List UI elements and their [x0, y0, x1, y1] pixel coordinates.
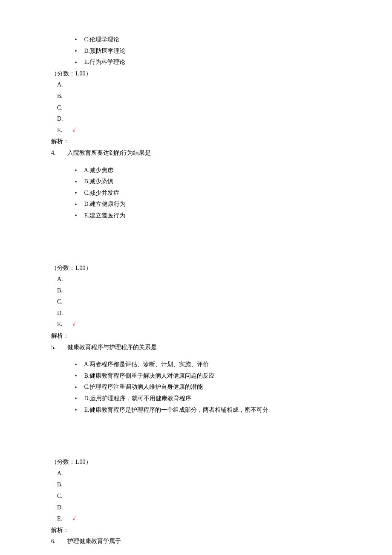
option-item: • A.两者程序都是评估、诊断、计划、实施、评价 — [51, 359, 341, 370]
answer-row: B. — [51, 285, 341, 297]
answer-row: A. — [51, 274, 341, 285]
answer-mark — [63, 287, 71, 294]
answer-letter: B. — [57, 287, 63, 294]
analysis-label: 解析： — [51, 525, 341, 536]
answer-letter: D. — [57, 504, 63, 511]
option-label: D.建立健康行为 — [84, 201, 126, 207]
answer-letter: C. — [57, 493, 63, 499]
option-item: • D.运用护理程序，就可不用健康教育程序 — [51, 393, 341, 405]
answer-row: D. — [51, 502, 341, 514]
q4-answer-block: A. B. C. D. E. √ — [51, 274, 341, 330]
option-item: • B.健康教育程序侧重于解决病人对健康问题的反应 — [51, 370, 341, 382]
bullet-icon: • — [75, 211, 83, 221]
answer-row: B. — [51, 479, 341, 491]
analysis-label: 解析： — [51, 136, 341, 147]
spacer — [51, 159, 341, 165]
bullet-icon: • — [75, 371, 83, 381]
bullet-icon: • — [75, 383, 83, 393]
answer-row: C. — [51, 296, 341, 308]
answer-mark — [63, 310, 72, 316]
answer-row: E. √ — [51, 319, 341, 330]
answer-mark — [63, 298, 71, 305]
answer-mark — [63, 276, 72, 282]
answer-mark — [63, 504, 72, 511]
option-item: • E.健康教育程序是护理程序的一个组成部分，两者相辅相成，密不可分 — [51, 405, 341, 416]
bullet-icon: • — [75, 58, 83, 68]
answer-mark: √ — [64, 127, 76, 133]
answer-letter: B. — [57, 481, 63, 488]
option-item: • E.行为科学理论 — [51, 57, 341, 68]
bullet-icon: • — [75, 200, 83, 210]
bullet-icon: • — [75, 360, 83, 370]
option-label: E.建立遵医行为 — [84, 212, 125, 219]
bullet-icon: • — [75, 177, 83, 187]
option-item: • A.减少焦虑 — [51, 165, 341, 176]
answer-mark — [63, 104, 71, 111]
answer-letter: E. — [57, 127, 62, 133]
spacer — [51, 353, 341, 359]
option-item: • D.预防医学理论 — [51, 46, 341, 57]
answer-letter: C. — [57, 104, 63, 111]
option-item: • C.减少并发症 — [51, 188, 341, 199]
option-label: D.运用护理程序，就可不用健康教育程序 — [84, 395, 192, 402]
answer-mark — [63, 81, 72, 88]
answer-letter: C. — [57, 298, 63, 305]
option-label: D.预防医学理论 — [84, 48, 126, 54]
answer-letter: A. — [57, 276, 63, 282]
answer-letter: E. — [57, 515, 62, 522]
option-label: C.减少并发症 — [84, 190, 120, 196]
q4-options: • A.减少焦虑 • B.减少恐惧 • C.减少并发症 • D.建立健康行为 •… — [51, 165, 341, 222]
question-number: 6. — [51, 536, 66, 547]
option-item: • B.减少恐惧 — [51, 176, 341, 188]
answer-row: B. — [51, 91, 341, 102]
document-page: • C.伦理学理论 • D.预防医学理论 • E.行为科学理论 （分数：1.00… — [0, 0, 392, 555]
option-label: E.健康教育程序是护理程序的一个组成部分，两者相辅相成，密不可分 — [84, 407, 268, 413]
option-item: • C.护理程序注重调动病人维护自身健康的潜能 — [51, 382, 341, 393]
answer-row: C. — [51, 102, 341, 114]
analysis-label: 解析： — [51, 330, 341, 342]
answer-row: D. — [51, 308, 341, 319]
answer-row: D. — [51, 113, 341, 125]
score-line: （分数：1.00） — [51, 68, 341, 80]
question-number: 4. — [51, 147, 66, 159]
answer-letter: B. — [57, 93, 63, 99]
bullet-icon: • — [75, 394, 83, 404]
option-item: • C.伦理学理论 — [51, 34, 341, 46]
bullet-icon: • — [75, 46, 83, 56]
answer-row: E. √ — [51, 125, 341, 136]
option-item: • E.建立遵医行为 — [51, 210, 341, 222]
q5-options: • A.两者程序都是评估、诊断、计划、实施、评价 • B.健康教育程序侧重于解决… — [51, 359, 341, 416]
answer-letter: D. — [57, 310, 63, 316]
question-number: 5. — [51, 342, 66, 353]
option-label: B.减少恐惧 — [84, 178, 114, 185]
answer-mark: √ — [64, 515, 76, 522]
answer-row: A. — [51, 468, 341, 480]
bullet-icon: • — [75, 166, 83, 176]
answer-mark: √ — [64, 321, 76, 327]
question-stem: 6. 护理健康教育学属于 — [51, 536, 341, 547]
option-label: E.行为科学理论 — [84, 59, 125, 65]
option-label: A.减少焦虑 — [84, 167, 114, 173]
answer-letter: D. — [57, 116, 63, 122]
answer-mark — [63, 481, 71, 488]
question-text: 健康教育程序与护理程序的关系是 — [67, 344, 157, 350]
answer-mark — [63, 116, 72, 122]
bullet-icon: • — [75, 188, 83, 198]
answer-letter: A. — [57, 470, 63, 477]
answer-row: A. — [51, 79, 341, 91]
spacer — [51, 416, 341, 457]
score-line: （分数：1.00） — [51, 263, 341, 274]
option-label: C.伦理学理论 — [84, 36, 120, 43]
answer-row: E. √ — [51, 513, 341, 525]
q5-answer-block: A. B. C. D. E. √ — [51, 468, 341, 525]
question-stem: 5. 健康教育程序与护理程序的关系是 — [51, 342, 341, 353]
question-text: 护理健康教育学属于 — [67, 538, 121, 544]
question-stem: 4. 入院教育所要达到的行为结果是 — [51, 147, 341, 159]
spacer — [51, 222, 341, 263]
option-label: A.两者程序都是评估、诊断、计划、实施、评价 — [84, 361, 209, 367]
answer-row: C. — [51, 491, 341, 502]
option-label: B.健康教育程序侧重于解决病人对健康问题的反应 — [84, 373, 215, 379]
answer-letter: A. — [57, 81, 63, 88]
bullet-icon: • — [75, 405, 83, 415]
q3-options-tail: • C.伦理学理论 • D.预防医学理论 • E.行为科学理论 — [51, 34, 341, 68]
